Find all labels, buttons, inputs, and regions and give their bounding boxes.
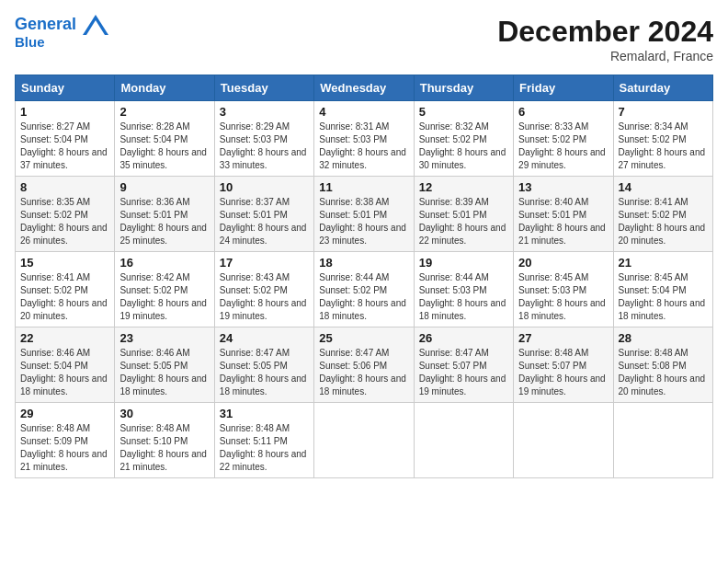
weekday-header-wednesday: Wednesday (314, 75, 414, 101)
day-number: 31 (220, 407, 309, 420)
logo-blue-text: Blue (15, 35, 108, 51)
day-info: Sunrise: 8:27 AMSunset: 5:04 PMDaylight:… (20, 121, 109, 172)
day-info: Sunrise: 8:47 AMSunset: 5:06 PMDaylight:… (319, 347, 408, 398)
weekday-header-sunday: Sunday (16, 75, 115, 101)
calendar-cell: 20Sunrise: 8:45 AMSunset: 5:03 PMDayligh… (514, 252, 613, 327)
day-number: 11 (319, 180, 408, 194)
day-number: 16 (119, 256, 209, 270)
calendar-cell: 26Sunrise: 8:47 AMSunset: 5:07 PMDayligh… (414, 327, 513, 403)
calendar-cell: 7Sunrise: 8:34 AMSunset: 5:02 PMDaylight… (613, 101, 712, 177)
calendar-cell: 19Sunrise: 8:44 AMSunset: 5:03 PMDayligh… (414, 252, 513, 327)
calendar-cell: 6Sunrise: 8:33 AMSunset: 5:02 PMDaylight… (514, 101, 613, 177)
calendar-cell: 14Sunrise: 8:41 AMSunset: 5:02 PMDayligh… (613, 177, 712, 252)
calendar-cell: 25Sunrise: 8:47 AMSunset: 5:06 PMDayligh… (314, 327, 414, 403)
day-number: 19 (419, 256, 508, 270)
day-number: 23 (119, 331, 209, 345)
calendar-cell: 1Sunrise: 8:27 AMSunset: 5:04 PMDaylight… (16, 101, 115, 177)
page-header: General Blue December 2024 Remalard, Fra… (15, 15, 713, 63)
calendar-week-row: 15Sunrise: 8:41 AMSunset: 5:02 PMDayligh… (16, 252, 713, 327)
day-number: 9 (119, 180, 209, 194)
day-info: Sunrise: 8:48 AMSunset: 5:11 PMDaylight:… (220, 422, 309, 474)
day-info: Sunrise: 8:32 AMSunset: 5:02 PMDaylight:… (419, 121, 508, 172)
weekday-header-friday: Friday (514, 75, 613, 101)
calendar-cell: 5Sunrise: 8:32 AMSunset: 5:02 PMDaylight… (414, 101, 513, 177)
calendar-cell: 29Sunrise: 8:48 AMSunset: 5:09 PMDayligh… (16, 403, 115, 478)
day-number: 30 (119, 407, 209, 420)
logo-text: General (15, 15, 108, 35)
calendar-cell: 22Sunrise: 8:46 AMSunset: 5:04 PMDayligh… (16, 327, 115, 403)
day-info: Sunrise: 8:45 AMSunset: 5:03 PMDaylight:… (518, 271, 608, 323)
calendar-cell (613, 403, 712, 478)
day-number: 28 (619, 331, 708, 345)
day-number: 1 (20, 105, 109, 119)
day-number: 21 (619, 256, 708, 270)
calendar-cell: 15Sunrise: 8:41 AMSunset: 5:02 PMDayligh… (16, 252, 115, 327)
day-info: Sunrise: 8:34 AMSunset: 5:02 PMDaylight:… (619, 121, 708, 172)
day-info: Sunrise: 8:37 AMSunset: 5:01 PMDaylight:… (220, 196, 309, 247)
calendar-cell (414, 403, 513, 478)
calendar-cell: 10Sunrise: 8:37 AMSunset: 5:01 PMDayligh… (214, 177, 313, 252)
day-number: 24 (220, 331, 309, 345)
calendar-cell (314, 403, 414, 478)
calendar-cell: 13Sunrise: 8:40 AMSunset: 5:01 PMDayligh… (514, 177, 613, 252)
day-info: Sunrise: 8:33 AMSunset: 5:02 PMDaylight:… (518, 121, 608, 172)
day-info: Sunrise: 8:36 AMSunset: 5:01 PMDaylight:… (119, 196, 209, 247)
day-info: Sunrise: 8:42 AMSunset: 5:02 PMDaylight:… (119, 271, 209, 323)
day-info: Sunrise: 8:39 AMSunset: 5:01 PMDaylight:… (419, 196, 508, 247)
weekday-header-monday: Monday (115, 75, 214, 101)
calendar-week-row: 29Sunrise: 8:48 AMSunset: 5:09 PMDayligh… (16, 403, 713, 478)
day-info: Sunrise: 8:41 AMSunset: 5:02 PMDaylight:… (20, 271, 109, 323)
calendar-cell: 11Sunrise: 8:38 AMSunset: 5:01 PMDayligh… (314, 177, 414, 252)
calendar-cell: 27Sunrise: 8:48 AMSunset: 5:07 PMDayligh… (514, 327, 613, 403)
weekday-header-tuesday: Tuesday (214, 75, 313, 101)
calendar-week-row: 8Sunrise: 8:35 AMSunset: 5:02 PMDaylight… (16, 177, 713, 252)
calendar-cell: 30Sunrise: 8:48 AMSunset: 5:10 PMDayligh… (115, 403, 214, 478)
day-info: Sunrise: 8:48 AMSunset: 5:08 PMDaylight:… (619, 347, 708, 398)
day-info: Sunrise: 8:44 AMSunset: 5:02 PMDaylight:… (319, 271, 408, 323)
day-number: 27 (518, 331, 608, 345)
calendar-cell: 9Sunrise: 8:36 AMSunset: 5:01 PMDaylight… (115, 177, 214, 252)
day-info: Sunrise: 8:29 AMSunset: 5:03 PMDaylight:… (220, 121, 309, 172)
day-number: 6 (518, 105, 608, 119)
day-number: 26 (419, 331, 508, 345)
calendar-week-row: 1Sunrise: 8:27 AMSunset: 5:04 PMDaylight… (16, 101, 713, 177)
calendar-cell: 18Sunrise: 8:44 AMSunset: 5:02 PMDayligh… (314, 252, 414, 327)
calendar-cell: 24Sunrise: 8:47 AMSunset: 5:05 PMDayligh… (214, 327, 313, 403)
calendar-cell: 3Sunrise: 8:29 AMSunset: 5:03 PMDaylight… (214, 101, 313, 177)
day-number: 18 (319, 256, 408, 270)
day-info: Sunrise: 8:45 AMSunset: 5:04 PMDaylight:… (619, 271, 708, 323)
calendar-cell: 2Sunrise: 8:28 AMSunset: 5:04 PMDaylight… (115, 101, 214, 177)
day-number: 15 (20, 256, 109, 270)
calendar-cell: 31Sunrise: 8:48 AMSunset: 5:11 PMDayligh… (214, 403, 313, 478)
day-info: Sunrise: 8:31 AMSunset: 5:03 PMDaylight:… (319, 121, 408, 172)
day-number: 14 (619, 180, 708, 194)
calendar-week-row: 22Sunrise: 8:46 AMSunset: 5:04 PMDayligh… (16, 327, 713, 403)
day-info: Sunrise: 8:41 AMSunset: 5:02 PMDaylight:… (619, 196, 708, 247)
day-info: Sunrise: 8:48 AMSunset: 5:10 PMDaylight:… (119, 422, 209, 474)
day-info: Sunrise: 8:35 AMSunset: 5:02 PMDaylight:… (20, 196, 109, 247)
day-number: 20 (518, 256, 608, 270)
day-info: Sunrise: 8:48 AMSunset: 5:09 PMDaylight:… (20, 422, 109, 474)
logo: General Blue (15, 15, 108, 51)
calendar-cell: 17Sunrise: 8:43 AMSunset: 5:02 PMDayligh… (214, 252, 313, 327)
day-number: 25 (319, 331, 408, 345)
day-number: 7 (619, 105, 708, 119)
day-number: 8 (20, 180, 109, 194)
calendar-cell: 4Sunrise: 8:31 AMSunset: 5:03 PMDaylight… (314, 101, 414, 177)
calendar-header-row: SundayMondayTuesdayWednesdayThursdayFrid… (16, 75, 713, 101)
month-title: December 2024 (497, 15, 713, 49)
day-number: 10 (220, 180, 309, 194)
day-info: Sunrise: 8:48 AMSunset: 5:07 PMDaylight:… (518, 347, 608, 398)
day-number: 5 (419, 105, 508, 119)
day-number: 4 (319, 105, 408, 119)
location-subtitle: Remalard, France (497, 49, 713, 63)
calendar-cell: 21Sunrise: 8:45 AMSunset: 5:04 PMDayligh… (613, 252, 712, 327)
day-number: 17 (220, 256, 309, 270)
day-info: Sunrise: 8:46 AMSunset: 5:04 PMDaylight:… (20, 347, 109, 398)
day-info: Sunrise: 8:47 AMSunset: 5:05 PMDaylight:… (220, 347, 309, 398)
day-info: Sunrise: 8:40 AMSunset: 5:01 PMDaylight:… (518, 196, 608, 247)
calendar-cell: 23Sunrise: 8:46 AMSunset: 5:05 PMDayligh… (115, 327, 214, 403)
weekday-header-saturday: Saturday (613, 75, 712, 101)
day-number: 22 (20, 331, 109, 345)
day-number: 3 (220, 105, 309, 119)
